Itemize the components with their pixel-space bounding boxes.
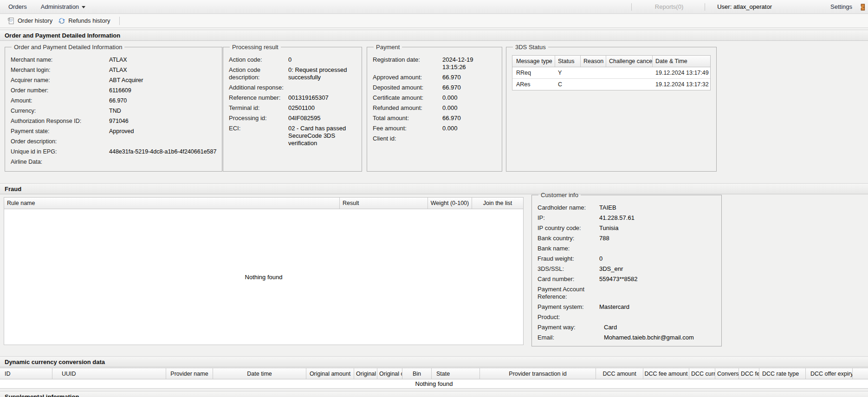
order-history-label: Order history — [18, 17, 52, 24]
menu-orders[interactable]: Orders — [6, 3, 29, 10]
detail-row: IP country code: Tunisia — [538, 224, 716, 232]
customer-info-rows: Cardholder name: TAIEB IP: 41.228.57.61 … — [538, 204, 716, 341]
detail-row: Processing id: 04IF082595 — [229, 115, 356, 122]
detail-label: Cardholder name: — [538, 204, 599, 211]
order-history-button[interactable]: Order history — [5, 16, 55, 26]
column-header-result: Result — [340, 198, 428, 209]
detail-value: 02 - Card has passed SecureCode 3DS veri… — [288, 125, 356, 147]
detail-label: Payment Account Reference: — [538, 286, 599, 301]
detail-label: Total amount: — [373, 115, 442, 122]
table-row: ARes C 19.12.2024 13:17:32 — [512, 79, 710, 90]
detail-value: 3DS_enr — [599, 265, 716, 273]
three-ds-table: Message type Status Reason Challenge can… — [512, 55, 711, 90]
detail-value: 0 — [288, 56, 356, 64]
column-header-join-the-list: Join the list — [472, 198, 523, 209]
detail-value: ATLAX — [109, 56, 216, 64]
section-header-fraud: Fraud — [0, 183, 868, 194]
refunds-history-icon — [58, 17, 65, 25]
detail-value: ATLAX — [109, 66, 216, 74]
detail-row: Action code description: 0: Request proc… — [229, 66, 356, 81]
cell-status: Y — [555, 67, 581, 78]
detail-row: Fee amount: 0.000 — [373, 125, 496, 132]
customer-info-fieldset: Customer info Cardholder name: TAIEB IP:… — [531, 192, 722, 346]
column-header-reason: Reason — [581, 56, 606, 67]
detail-label: Order description: — [11, 138, 109, 145]
column-header: Original amount — [306, 368, 354, 379]
detail-row: Authorization Response ID: 971046 — [11, 117, 216, 125]
detail-row: Fraud weight: 0 — [538, 255, 716, 263]
detail-value: 66.970 — [109, 97, 216, 104]
section-header-order-payment: Order and Payment Detailed Information — [0, 30, 868, 41]
detail-value: 2024-12-19 13:15:26 — [442, 56, 496, 71]
menu-reports[interactable]: Reports(0) — [653, 3, 685, 10]
detail-value — [599, 286, 716, 301]
detail-value: 001319165307 — [288, 94, 356, 102]
toolbar: Order history Refunds history — [0, 14, 868, 28]
column-header-challenge-cancel: Challenge cancel — [606, 56, 653, 67]
column-header: ID — [0, 368, 52, 379]
menubar-divider — [705, 3, 705, 11]
three-ds-table-header: Message type Status Reason Challenge can… — [512, 56, 710, 67]
payment-rows: Registration date: 2024-12-19 13:15:26 A… — [373, 56, 496, 142]
detail-value: ABT Acquirer — [109, 77, 216, 84]
detail-label: Airline Data: — [11, 158, 109, 166]
column-header-filler — [853, 368, 868, 379]
order-details-fieldset: Order and Payment Detailed Information M… — [5, 44, 222, 172]
detail-row: Airline Data: — [11, 158, 216, 166]
menu-settings[interactable]: Settings — [829, 3, 854, 10]
detail-row: Approved amount: 66.970 — [373, 74, 496, 81]
fraud-table: Rule name Result Weight (0-100) Join the… — [4, 197, 524, 345]
column-header: UUID — [52, 368, 166, 379]
three-ds-status-fieldset: 3DS Status Message type Status Reason Ch… — [506, 44, 717, 172]
toolbar-divider — [119, 17, 120, 25]
detail-label: Deposited amount: — [373, 84, 442, 91]
detail-row: ECI: 02 - Card has passed SecureCode 3DS… — [229, 125, 356, 147]
detail-label: Unique id in EPG: — [11, 148, 109, 155]
logout-button[interactable] — [858, 3, 866, 11]
detail-label: Email: — [538, 334, 599, 341]
menubar-right: Reports(0) User: atlax_operator Settings — [631, 3, 866, 11]
refunds-history-button[interactable]: Refunds history — [55, 16, 113, 26]
detail-label: Additional response: — [229, 84, 288, 91]
detail-value: 448e31fa-5219-4dc8-a1b6-4f240661e587 — [109, 148, 216, 155]
detail-value — [599, 245, 716, 252]
detail-row: IP: 41.228.57.61 — [538, 214, 716, 222]
detail-label: ECI: — [229, 125, 288, 147]
detail-label: Fraud weight: — [538, 255, 599, 263]
menu-administration[interactable]: Administration — [39, 3, 87, 10]
detail-value: 04IF082595 — [288, 115, 356, 122]
column-header: State — [432, 368, 480, 379]
detail-value: TND — [109, 107, 216, 115]
detail-value: 788 — [599, 235, 716, 242]
order-details-legend: Order and Payment Detailed Information — [12, 44, 124, 51]
menubar: Orders Administration Reports(0) User: a… — [0, 0, 868, 14]
cell-message-type: RReq — [512, 67, 555, 78]
detail-row: Payment system: Mastercard — [538, 303, 716, 311]
detail-label: Approved amount: — [373, 74, 442, 81]
column-header: Original c — [377, 368, 402, 379]
detail-row: Order description: — [11, 138, 216, 145]
detail-value: 66.970 — [442, 74, 496, 81]
dcc-table: ID UUID Provider name Date time Original… — [0, 368, 868, 389]
column-header: Provider transaction id — [480, 368, 596, 379]
detail-row: Email: Mohamed.taieb.bchir@gmail.com — [538, 334, 716, 341]
customer-info-legend: Customer info — [538, 192, 581, 198]
detail-row: Payment Account Reference: — [538, 286, 716, 301]
detail-row: 3DS/SSL: 3DS_enr — [538, 265, 716, 273]
detail-label: Registration date: — [373, 56, 442, 71]
detail-value: 971046 — [109, 117, 216, 125]
cell-challenge-cancel — [606, 79, 653, 90]
detail-row: Payment state: Approved — [11, 128, 216, 135]
detail-row: Merchant login: ATLAX — [11, 66, 216, 74]
detail-label: Bank country: — [538, 235, 599, 242]
menubar-divider — [631, 3, 632, 11]
dcc-table-header: ID UUID Provider name Date time Original… — [0, 368, 868, 379]
detail-label: Reference number: — [229, 94, 288, 102]
detail-label: Currency: — [11, 107, 109, 115]
detail-row: Order number: 6116609 — [11, 87, 216, 94]
column-header: DCC rate type — [759, 368, 806, 379]
detail-label: Fee amount: — [373, 125, 442, 132]
column-header: Bin — [402, 368, 432, 379]
detail-row: Registration date: 2024-12-19 13:15:26 — [373, 56, 496, 71]
column-header: DCC fee amount — [643, 368, 689, 379]
